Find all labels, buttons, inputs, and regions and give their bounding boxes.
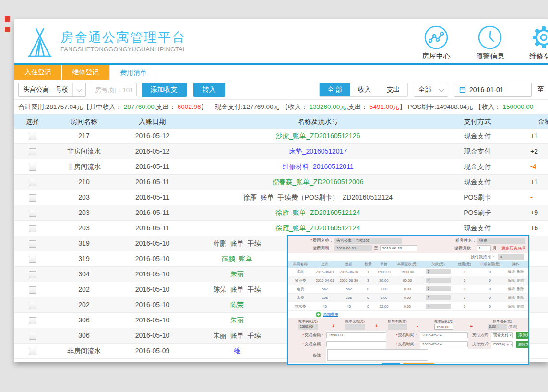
bill-link[interactable]: 维 [234, 347, 240, 355]
add-income-expense-button[interactable]: 添加收支 [142, 83, 187, 97]
total-suffix: (需退) [508, 324, 517, 329]
payment-method-select[interactable]: POS刷卡▾ [491, 341, 513, 347]
transaction-time-input[interactable]: 2016-05-14 [420, 341, 468, 347]
segment-3[interactable]: 支出 [379, 83, 407, 96]
row-checkbox[interactable] [29, 271, 36, 278]
row-checkbox[interactable] [29, 286, 36, 294]
debt-input[interactable]: 0 [426, 278, 451, 283]
date-cell: 2016-05-10 [118, 251, 187, 266]
row-checkbox[interactable] [29, 317, 36, 324]
segment-2[interactable]: 收入 [350, 83, 379, 96]
row-checkbox[interactable] [29, 179, 36, 186]
row-checkbox[interactable] [29, 210, 36, 217]
delete-link[interactable]: 删除 [517, 270, 524, 274]
edit-link[interactable]: 编辑 [508, 296, 515, 300]
debt-input[interactable]: 0 [426, 269, 451, 274]
select-cell [14, 313, 50, 328]
row-checkbox[interactable] [29, 240, 36, 248]
bill-link[interactable]: 徐雁_账单_ZD20160512124 [276, 209, 360, 216]
building-select[interactable]: 头宫公寓一号楼 [18, 83, 86, 97]
transaction-time-input[interactable]: 2016-05-14 [420, 332, 468, 338]
category-select[interactable]: 全部 [414, 83, 448, 97]
operator: - [417, 323, 418, 329]
row-checkbox[interactable] [29, 194, 36, 202]
transaction-amount-input[interactable]: 1590.00 [326, 332, 386, 338]
total-value[interactable]: 1590.00 [434, 324, 453, 330]
debt-input[interactable]: 0 [426, 286, 451, 291]
transfer-in-button[interactable]: 转入 [193, 83, 225, 97]
row-checkbox[interactable] [29, 348, 36, 355]
debt-input[interactable]: 0 [426, 304, 451, 309]
delete-link[interactable]: 删除 [517, 278, 524, 283]
row-checkbox[interactable] [29, 148, 36, 155]
delete-link[interactable]: 删除 [517, 296, 524, 300]
edit-link[interactable]: 编辑 [508, 304, 515, 309]
edit-link[interactable]: 编辑 [508, 270, 515, 274]
right-filters: 全 部收入支出 全部 2016-01-01 至 [319, 83, 544, 97]
bill-link[interactable]: 朱丽 [230, 316, 244, 324]
bill-link[interactable]: 陈荣_账单_手续 [213, 285, 261, 293]
segment-1[interactable]: 全 部 [320, 83, 350, 96]
name-cell: 徐雁_账单_手续费（POS刷卡）_ZD20160512124 [187, 190, 449, 205]
add-fee-link[interactable]: 添加费用 [323, 312, 338, 317]
row-checkbox[interactable] [29, 225, 36, 232]
months-input[interactable]: 1 [477, 245, 491, 251]
chevron-down-icon [435, 83, 448, 96]
field-label: *交易时间： [386, 340, 420, 349]
transaction-amount-input[interactable] [326, 341, 386, 347]
bill-link[interactable]: 床垫_20160512017 [289, 147, 347, 155]
row-checkbox[interactable] [29, 133, 36, 140]
summary-text: 287760.00 [124, 103, 155, 110]
row-checkbox[interactable] [29, 333, 36, 340]
tent-logo-icon [25, 27, 55, 58]
tab-2[interactable]: 维修登记 [62, 65, 109, 80]
bill-link[interactable]: 朱丽_账单_手续 [213, 332, 261, 339]
room-number-input[interactable] [91, 83, 137, 96]
remove-payment-method-button[interactable]: 删除支付方式 [516, 341, 529, 348]
edit-link[interactable]: 编辑 [508, 287, 515, 291]
bill-link[interactable]: 徐雁_账单_手续费（POS刷卡）_ZD20160512124 [243, 193, 393, 201]
fee-cell: 0 [422, 302, 454, 310]
period-from-input[interactable]: 2016-06-01 [334, 245, 372, 251]
period-to-input[interactable]: 2016-06-30 [380, 245, 417, 251]
date-cell: 2016-05-11 [118, 221, 187, 236]
return-house-center-button[interactable]: 返回房屋中心 [403, 363, 434, 365]
red-marker [5, 16, 10, 22]
nav-repair-register[interactable]: 维修登记 [523, 25, 548, 61]
tenant-name-input[interactable]: 徐雁 [477, 238, 525, 244]
bill-link[interactable]: 徐雁_账单_ZD20160512124 [276, 224, 360, 232]
save-button[interactable]: 保 存 [382, 363, 400, 365]
row-checkbox[interactable] [29, 302, 36, 309]
remark-textarea[interactable] [327, 349, 428, 361]
fee-table: 科目名称上次当前数量单价本期应收(元)欠款(元)优惠(元)冲减金额(元)操作房租… [288, 261, 528, 311]
date-from-input[interactable]: 2016-01-01 [454, 83, 532, 97]
nav-house-center[interactable]: 房屋中心 [416, 25, 457, 61]
payment-method-select[interactable]: 现金支付▾ [491, 332, 513, 338]
bill-link[interactable]: 薛鹏_账单_手续 [213, 239, 261, 247]
add-payment-method-button[interactable]: 添加支付方式 [516, 332, 529, 339]
bill-name-input[interactable]: 头宫公寓一号楼203 [334, 238, 402, 244]
bill-link[interactable]: 薛鹏_账单 [222, 255, 252, 262]
fee-cell: 0 [361, 294, 375, 302]
delete-link[interactable]: 删除 [517, 287, 524, 291]
history-bills-link[interactable]: 更多历史账单 [501, 246, 526, 251]
nav-warning-info[interactable]: 预警信息 [469, 25, 511, 61]
bill-link[interactable]: 倪春森_账单_ZD20160512006 [273, 178, 364, 186]
fee-cell: 1 [361, 268, 375, 276]
row-checkbox[interactable] [29, 164, 36, 171]
tab-1[interactable]: 入住登记 [14, 65, 62, 80]
fee-cell: 房租 [288, 268, 313, 276]
prepay-input[interactable]: 0 [498, 254, 524, 260]
fee-column-header: 当前 [337, 261, 361, 268]
name-cell: 床垫_20160512017 [187, 144, 449, 159]
debt-input[interactable]: 0 [426, 295, 451, 300]
bill-link[interactable]: 朱丽 [230, 270, 244, 278]
edit-link[interactable]: 编辑 [508, 278, 515, 283]
field-label: 支付方式: [468, 331, 491, 340]
tab-3[interactable]: 费用清单 [109, 65, 157, 80]
bill-link[interactable]: 陈荣 [230, 301, 244, 309]
row-checkbox[interactable] [29, 256, 36, 263]
bill-link[interactable]: 沙虎_账单_ZD20160512126 [276, 132, 360, 140]
bill-link[interactable]: 维修材料_20160512011 [282, 163, 353, 170]
delete-link[interactable]: 删除 [517, 304, 524, 309]
